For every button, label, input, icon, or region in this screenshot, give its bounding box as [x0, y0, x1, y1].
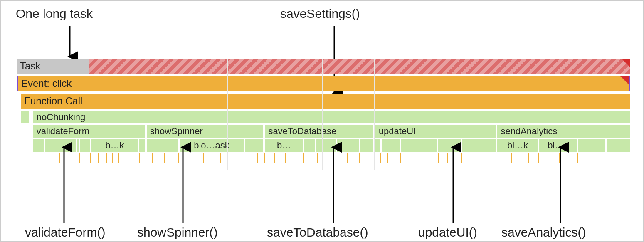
tick-mark: [511, 153, 512, 163]
tick-mark: [79, 153, 80, 163]
tick-mark: [438, 153, 439, 163]
block-segment: [607, 139, 630, 152]
tick-mark: [285, 153, 286, 163]
tick-mark: [112, 153, 113, 163]
tick-mark: [400, 153, 401, 163]
tick-mark: [220, 153, 221, 163]
arrow-up-icon: [56, 140, 72, 223]
flame-chart: Task Event: click Function Call noChunki…: [17, 59, 630, 170]
tick-mark: [374, 153, 375, 163]
function-segment: validateForm: [33, 125, 145, 138]
tick-mark: [98, 153, 99, 163]
tick-mark: [380, 153, 381, 163]
tick-mark: [118, 153, 119, 163]
functions-row: validateFormshowSpinnersaveToDatabaseupd…: [17, 125, 630, 138]
tick-mark: [152, 153, 153, 163]
function-call-bar: Function Call: [21, 94, 630, 109]
function-segment: saveToDatabase: [265, 125, 373, 138]
function-segment: sendAnalytics: [497, 125, 630, 138]
tick-mark: [54, 153, 54, 163]
block-segment: b…k: [91, 139, 138, 152]
nochunking-pre-bar: [21, 111, 29, 123]
tick-mark: [387, 153, 388, 163]
arrow-up-icon: [175, 140, 191, 223]
blocks-row: b…kblo…askb…bl…kbl…k: [17, 139, 630, 152]
block-segment: [401, 139, 437, 152]
block-segment: [382, 139, 400, 152]
tick-mark: [76, 153, 76, 163]
task-label: Task: [20, 60, 40, 72]
tick-mark: [44, 153, 44, 163]
block-segment: b…: [265, 139, 303, 152]
annotation-save-to-database: saveToDatabase(): [267, 225, 368, 240]
function-call-label: Function Call: [24, 95, 82, 106]
ticks-row: [17, 153, 630, 170]
tick-mark: [359, 153, 360, 163]
annotation-validate-form: validateForm(): [25, 225, 105, 240]
event-label: Event: click: [21, 78, 72, 89]
block-segment: [375, 139, 380, 152]
block-segment: [77, 139, 79, 152]
tick-mark: [244, 153, 244, 163]
block-segment: [462, 139, 496, 152]
block-segment: bl…k: [497, 139, 538, 152]
tick-mark: [203, 153, 204, 163]
annotation-save-settings: saveSettings(): [280, 7, 360, 21]
tick-mark: [528, 153, 529, 163]
event-click-bar: Event: click: [17, 76, 630, 91]
nochunking-bar: noChunking: [33, 111, 630, 123]
annotation-show-spinner: showSpinner(): [137, 225, 217, 240]
block-segment: [139, 139, 145, 152]
nochunking-label: noChunking: [37, 112, 85, 122]
block-segment: [147, 139, 179, 152]
arrow-up-icon: [552, 140, 569, 223]
tick-mark: [264, 153, 265, 163]
annotation-save-analytics: saveAnalytics(): [501, 225, 586, 240]
block-segment: [80, 139, 90, 152]
annotation-one-long-task: One long task: [16, 7, 93, 21]
block-segment: [360, 139, 373, 152]
annotation-update-ui: updateUI(): [418, 225, 477, 240]
function-segment: updateUI: [375, 125, 496, 138]
block-segment: [304, 139, 315, 152]
tick-mark: [257, 153, 258, 163]
tick-mark: [538, 153, 539, 163]
task-bar: Task: [17, 59, 630, 74]
tick-mark: [106, 153, 107, 163]
tick-mark: [317, 153, 318, 163]
nochunking-row: noChunking: [17, 111, 630, 123]
tick-mark: [347, 153, 348, 163]
block-segment: [578, 139, 605, 152]
block-segment: [33, 139, 44, 152]
arrow-up-icon: [445, 140, 461, 223]
tick-mark: [90, 153, 91, 163]
tick-mark: [139, 153, 140, 163]
task-hashed-region: [89, 59, 630, 74]
tick-mark: [577, 153, 578, 163]
tick-mark: [164, 153, 165, 163]
function-segment: showSpinner: [147, 125, 263, 138]
tick-mark: [303, 153, 304, 163]
diagram-frame: One long task saveSettings() Task Event:…: [0, 0, 644, 242]
arrow-up-icon: [325, 140, 342, 223]
tick-mark: [274, 153, 275, 163]
block-segment: [245, 139, 263, 152]
